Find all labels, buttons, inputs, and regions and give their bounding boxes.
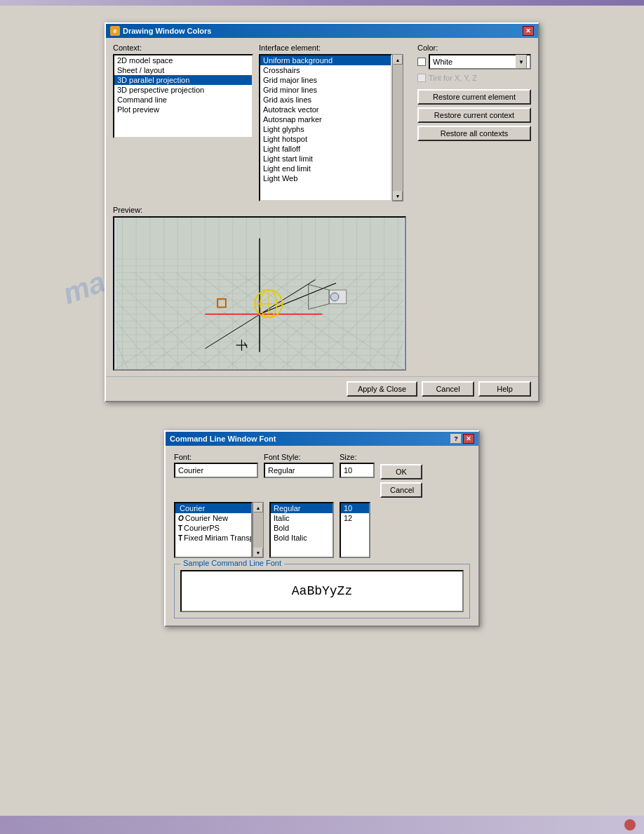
interface-list-with-scroll: Uniform background Crosshairs Grid major…: [259, 54, 406, 201]
font-item-courierps[interactable]: T CourierPS: [175, 523, 251, 533]
dialog-close-button[interactable]: ✕: [523, 26, 534, 36]
interface-listbox[interactable]: Uniform background Crosshairs Grid major…: [259, 54, 392, 201]
help-icon-button[interactable]: ?: [450, 434, 462, 444]
color-label: Color:: [417, 44, 531, 52]
style-item-bold-italic[interactable]: Bold Italic: [271, 533, 333, 543]
context-listbox[interactable]: 2D model space Sheet / layout 3D paralle…: [113, 54, 253, 138]
dropdown-arrow-icon[interactable]: ▼: [516, 55, 527, 69]
sample-text-box: AaBbYyZz: [180, 570, 464, 612]
font-size-input[interactable]: [340, 463, 375, 478]
font-lists-row: Courier O Courier New T CourierPS T: [174, 502, 470, 558]
iface-crosshairs[interactable]: Crosshairs: [260, 65, 391, 75]
tint-label: Tint for X, Y, Z: [429, 74, 477, 82]
iface-light-start[interactable]: Light start limit: [260, 154, 391, 164]
font-name-input[interactable]: [174, 463, 258, 478]
context-label: Context:: [113, 44, 253, 52]
context-item-3d-parallel[interactable]: 3D parallel projection: [114, 75, 252, 85]
tint-checkbox: [417, 74, 426, 82]
font-name-label: Font:: [174, 453, 258, 461]
dialog-footer: Apply & Close Cancel Help: [106, 376, 538, 401]
iface-light-falloff[interactable]: Light falloff: [260, 144, 391, 154]
font-item-icon-t1: T: [178, 524, 182, 532]
iface-light-web[interactable]: Light Web: [260, 173, 391, 183]
style-item-bold[interactable]: Bold: [271, 523, 333, 533]
color-value: White: [433, 58, 452, 66]
font-item-label: Courier: [180, 504, 205, 512]
style-item-italic[interactable]: Italic: [271, 513, 333, 523]
font-scroll-up[interactable]: ▲: [253, 503, 263, 512]
preview-svg: [114, 218, 405, 369]
font-dialog-titlebar: Command Line Window Font ? ✕: [166, 432, 478, 446]
iface-grid-axis[interactable]: Grid axis lines: [260, 95, 391, 105]
font-style-input[interactable]: [264, 463, 334, 478]
font-item-icon-o: O: [178, 515, 184, 522]
iface-light-glyphs[interactable]: Light glyphs: [260, 124, 391, 134]
sample-label: Sample Command Line Font: [180, 559, 284, 567]
apply-close-button[interactable]: Apply & Close: [347, 381, 417, 397]
iface-autotrack[interactable]: Autotrack vector: [260, 105, 391, 114]
size-item-12[interactable]: 12: [341, 513, 369, 523]
bottom-bar: [0, 816, 644, 834]
context-item-command-line[interactable]: Command line: [114, 95, 252, 105]
font-ok-button[interactable]: OK: [380, 464, 422, 479]
preview-label: Preview:: [113, 206, 531, 214]
scroll-track: [393, 65, 403, 191]
preview-canvas: [113, 216, 406, 371]
font-item-label-cps: CourierPS: [184, 524, 220, 532]
font-cancel-button[interactable]: Cancel: [380, 482, 422, 498]
preview-section: Preview:: [113, 206, 531, 371]
size-item-10[interactable]: 10: [341, 503, 369, 513]
font-style-listbox[interactable]: Regular Italic Bold Bold Italic: [269, 502, 334, 558]
scroll-up-arrow[interactable]: ▲: [393, 55, 403, 65]
font-name-list-container: Courier O Courier New T CourierPS T: [174, 502, 264, 558]
interface-scrollbar[interactable]: ▲ ▼: [392, 54, 403, 201]
font-style-label: Font Style:: [264, 453, 334, 461]
cancel-button[interactable]: Cancel: [422, 381, 474, 397]
iface-light-end[interactable]: Light end limit: [260, 164, 391, 173]
dialog-main-row: Context: 2D model space Sheet / layout 3…: [113, 44, 531, 201]
font-size-listbox[interactable]: 10 12: [340, 502, 370, 558]
help-button[interactable]: Help: [478, 381, 531, 397]
iface-autosnap[interactable]: Autosnap marker: [260, 114, 391, 124]
font-scroll-track: [253, 512, 263, 548]
drawing-window-colors-dialog: e Drawing Window Colors ✕ Context: 2D mo…: [105, 22, 539, 402]
font-list-scrollbar[interactable]: ▲ ▼: [253, 502, 264, 558]
restore-all-contexts-button[interactable]: Restore all contexts: [417, 126, 531, 141]
font-item-icon-t2: T: [178, 534, 182, 542]
font-name-listbox[interactable]: Courier O Courier New T CourierPS T: [174, 502, 253, 558]
font-input-row: Font: Font Style: Size: OK Canc: [174, 453, 470, 498]
context-item-sheet-layout[interactable]: Sheet / layout: [114, 65, 252, 75]
context-item-2d-model[interactable]: 2D model space: [114, 55, 252, 65]
restore-current-element-button[interactable]: Restore current element: [417, 89, 531, 105]
font-action-buttons: OK Cancel: [380, 464, 422, 498]
font-dialog-close-button[interactable]: ✕: [463, 434, 474, 444]
iface-uniform-bg[interactable]: Uniform background: [260, 55, 391, 65]
color-checkbox[interactable]: [417, 58, 426, 66]
color-dropdown-row: White ▼: [417, 54, 531, 70]
context-item-plot-preview[interactable]: Plot preview: [114, 105, 252, 114]
font-scroll-down[interactable]: ▼: [253, 548, 263, 557]
color-panel: Color: White ▼ Tint for X, Y, Z: [412, 44, 531, 201]
font-item-label-cn: Courier New: [185, 514, 228, 522]
restore-current-context-button[interactable]: Restore current context: [417, 107, 531, 123]
interface-panel: Interface element: Uniform background Cr…: [259, 44, 406, 201]
context-item-3d-perspective[interactable]: 3D perspective projection: [114, 85, 252, 95]
command-line-font-dialog: Command Line Window Font ? ✕ Font: Font …: [164, 430, 480, 627]
font-name-col: Font:: [174, 453, 258, 478]
scroll-down-arrow[interactable]: ▼: [393, 191, 403, 201]
sample-section: Sample Command Line Font AaBbYyZz: [174, 564, 470, 618]
font-titlebar-buttons: ? ✕: [450, 434, 474, 444]
font-item-courier[interactable]: Courier: [175, 503, 251, 513]
font-ok-cancel-col: OK Cancel: [380, 464, 422, 498]
iface-grid-major[interactable]: Grid major lines: [260, 75, 391, 85]
font-style-col: Font Style:: [264, 453, 334, 478]
font-size-col: Size:: [340, 453, 375, 478]
bottom-circle-icon: [624, 819, 636, 830]
iface-grid-minor[interactable]: Grid minor lines: [260, 85, 391, 95]
iface-light-hotspot[interactable]: Light hotspot: [260, 134, 391, 144]
svg-point-74: [330, 293, 339, 301]
color-dropdown[interactable]: White ▼: [429, 54, 531, 70]
font-item-courier-new[interactable]: O Courier New: [175, 513, 251, 523]
font-item-fixed-miriam[interactable]: T Fixed Miriam Transpa...: [175, 533, 251, 543]
style-item-regular[interactable]: Regular: [271, 503, 333, 513]
